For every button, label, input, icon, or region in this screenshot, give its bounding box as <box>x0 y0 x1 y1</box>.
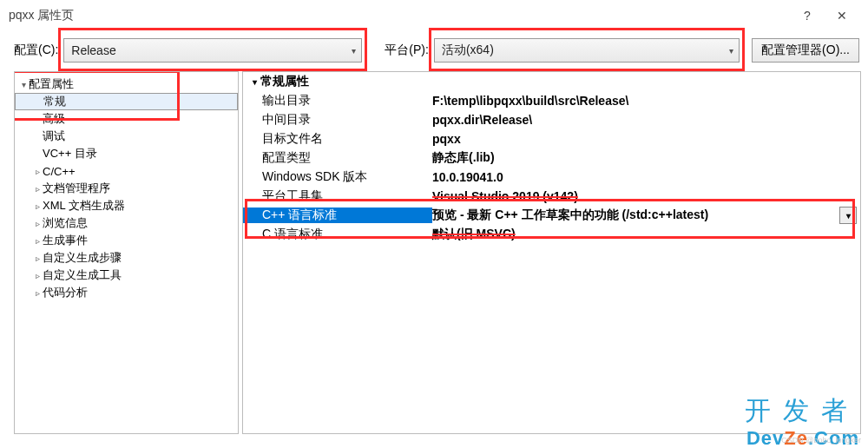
tree-item[interactable]: ▹自定义生成步骤 <box>15 249 238 267</box>
grid-row[interactable]: 目标文件名pqxx <box>243 129 860 148</box>
property-name: Windows SDK 版本 <box>243 169 432 185</box>
platform-select[interactable]: 活动(x64) ▾ <box>434 38 740 63</box>
tree-item[interactable]: 常规 <box>15 93 238 110</box>
tree-item-label: 自定义生成步骤 <box>43 250 122 266</box>
tree-item[interactable]: 高级 <box>15 110 238 128</box>
tree-item-label: C/C++ <box>43 165 76 178</box>
tree-item-label: 生成事件 <box>43 233 88 248</box>
config-value: Release <box>71 43 115 57</box>
tree-item-label: 调试 <box>43 128 65 144</box>
grid-row[interactable]: 配置类型静态库(.lib) <box>243 148 860 168</box>
tree-item-label: 浏览信息 <box>43 215 88 231</box>
tree-item[interactable]: ▹C/C++ <box>15 162 238 180</box>
property-value[interactable]: 10.0.19041.0 <box>432 170 860 184</box>
grid-row[interactable]: 中间目录pqxx.dir\Release\ <box>243 110 860 129</box>
property-value[interactable]: 静态库(.lib) <box>432 150 860 166</box>
collapse-icon[interactable]: ▾ <box>248 77 260 87</box>
expand-icon[interactable]: ▹ <box>32 219 43 228</box>
tree-item[interactable]: 调试 <box>15 128 238 145</box>
expand-icon[interactable]: ▹ <box>32 288 43 298</box>
tree-item[interactable]: ▹XML 文档生成器 <box>15 197 238 214</box>
expand-icon[interactable]: ▹ <box>32 184 43 194</box>
grid-section-header[interactable]: ▾ 常规属性 <box>243 72 860 91</box>
tree-item-label: 文档管理程序 <box>43 181 110 196</box>
property-value[interactable]: F:\temp\libpqxx\build\src\Release\ <box>432 94 860 108</box>
property-value[interactable]: Visual Studio 2019 (v142) <box>432 189 860 203</box>
property-grid[interactable]: ▾ 常规属性 输出目录F:\temp\libpqxx\build\src\Rel… <box>242 71 861 434</box>
tree-item-label: 代码分析 <box>43 285 88 300</box>
tree-item[interactable]: ▹自定义生成工具 <box>15 267 238 284</box>
tree-item-label: 高级 <box>43 111 65 127</box>
tree-item-label: XML 文档生成器 <box>43 198 125 214</box>
tree-item[interactable]: ▹文档管理程序 <box>15 180 238 197</box>
property-name: 配置类型 <box>243 150 432 166</box>
grid-row[interactable]: C 语言标准默认(旧 MSVC) <box>243 225 860 244</box>
tree-item[interactable]: ▹代码分析 <box>15 284 238 301</box>
property-value[interactable]: pqxx.dir\Release\ <box>432 113 860 127</box>
dropdown-button[interactable]: ▾ <box>839 207 857 224</box>
expand-icon[interactable]: ▹ <box>32 236 43 246</box>
grid-row[interactable]: Windows SDK 版本10.0.19041.0 <box>243 168 860 187</box>
collapse-icon[interactable]: ▾ <box>18 80 29 89</box>
grid-row[interactable]: 输出目录F:\temp\libpqxx\build\src\Release\ <box>243 91 860 110</box>
config-manager-button[interactable]: 配置管理器(O)... <box>752 38 859 63</box>
property-value[interactable]: pqxx <box>432 132 860 146</box>
tree-item-label: VC++ 目录 <box>43 146 97 161</box>
platform-label: 平台(P): <box>385 43 429 58</box>
tree-root[interactable]: ▾ 配置属性 <box>15 76 238 93</box>
property-name: 中间目录 <box>243 112 432 128</box>
config-select[interactable]: Release ▾ <box>63 38 362 63</box>
tree-item[interactable]: ▹浏览信息 <box>15 214 238 232</box>
property-tree[interactable]: ▾ 配置属性 常规高级调试VC++ 目录▹C/C++▹文档管理程序▹XML 文档… <box>14 71 239 434</box>
expand-icon[interactable]: ▹ <box>32 167 43 176</box>
chevron-down-icon: ▾ <box>729 46 733 56</box>
close-button[interactable]: ✕ <box>825 9 859 23</box>
expand-icon[interactable]: ▹ <box>32 271 43 280</box>
tree-item-label: 常规 <box>43 94 66 109</box>
config-label: 配置(C): <box>14 43 58 58</box>
expand-icon[interactable]: ▹ <box>32 254 43 263</box>
property-name: 平台工具集 <box>243 188 432 204</box>
help-button[interactable]: ? <box>790 9 825 23</box>
property-name: C++ 语言标准 <box>243 208 432 223</box>
platform-value: 活动(x64) <box>442 43 494 58</box>
watermark-line1: 开发者 <box>745 393 859 429</box>
property-value[interactable]: 预览 - 最新 C++ 工作草案中的功能 (/std:c++latest)▾ <box>432 207 860 224</box>
tree-item-label: 自定义生成工具 <box>43 267 122 283</box>
tree-item[interactable]: VC++ 目录 <box>15 145 238 162</box>
property-name: C 语言标准 <box>243 227 432 242</box>
property-name: 输出目录 <box>243 93 432 109</box>
expand-icon[interactable]: ▹ <box>32 201 43 211</box>
tree-item[interactable]: ▹生成事件 <box>15 232 238 249</box>
watermark-faint: CSDN @bobo_longker <box>781 436 861 445</box>
chevron-down-icon: ▾ <box>352 46 356 56</box>
section-label: 常规属性 <box>260 74 309 89</box>
property-name: 目标文件名 <box>243 131 432 147</box>
grid-row[interactable]: C++ 语言标准预览 - 最新 C++ 工作草案中的功能 (/std:c++la… <box>243 206 860 225</box>
grid-row[interactable]: 平台工具集Visual Studio 2019 (v142) <box>243 187 860 206</box>
tree-root-label: 配置属性 <box>29 76 74 92</box>
property-value[interactable]: 默认(旧 MSVC) <box>432 227 860 242</box>
window-title: pqxx 属性页 <box>9 8 74 23</box>
